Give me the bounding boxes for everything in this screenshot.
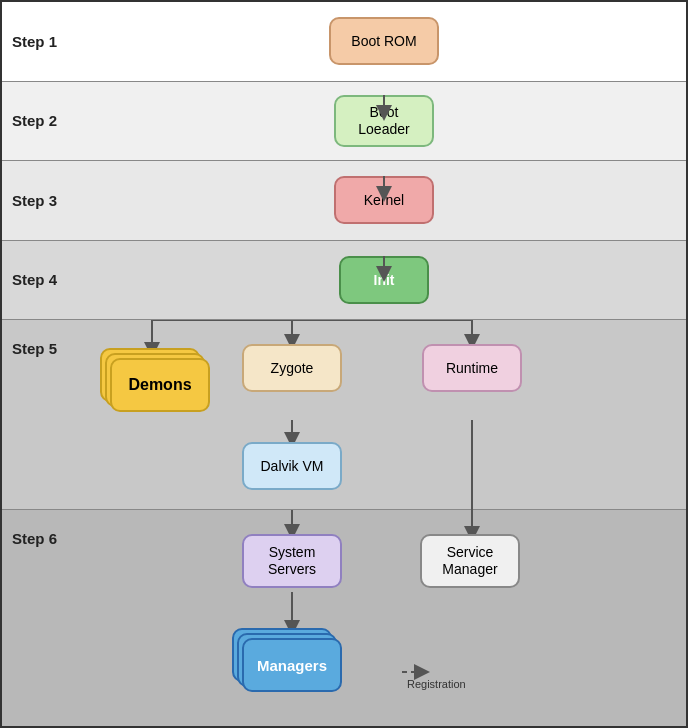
service-manager-box: ServiceManager: [420, 534, 520, 588]
step-2-row: Step 2 BootLoeader: [2, 82, 686, 162]
step-6-row: Step 6: [2, 510, 686, 726]
step-5-label: Step 5: [2, 320, 82, 357]
bootloader-box: BootLoeader: [334, 95, 434, 147]
runtime-box: Runtime: [422, 344, 522, 392]
step-5-content: Demons Zygote Runtime Dalvik VM: [82, 320, 686, 509]
svg-text:Registration: Registration: [407, 678, 466, 690]
demons-front: Demons: [110, 358, 210, 412]
managers-front: Managers: [242, 638, 342, 692]
step-4-row: Step 4 Init: [2, 241, 686, 321]
diagram-container: Step 1 Boot ROM Step 2 BootLoeader: [0, 0, 688, 728]
step6-svg: Registration: [82, 510, 686, 726]
step-6-content: Registration SystemServers ServiceManage…: [82, 510, 686, 726]
step-2-content: BootLoeader: [82, 95, 686, 147]
step-4-label: Step 4: [2, 271, 82, 288]
kernel-box: Kernel: [334, 176, 434, 224]
init-box: Init: [339, 256, 429, 304]
step-3-label: Step 3: [2, 192, 82, 209]
step-3-content: Kernel: [82, 176, 686, 224]
bootrom-box: Boot ROM: [329, 17, 439, 65]
system-servers-box: SystemServers: [242, 534, 342, 588]
step-3-row: Step 3 Kernel: [2, 161, 686, 241]
dalvik-box: Dalvik VM: [242, 442, 342, 490]
step-4-content: Init: [82, 256, 686, 304]
step-1-row: Step 1 Boot ROM: [2, 2, 686, 82]
zygote-box: Zygote: [242, 344, 342, 392]
step-2-label: Step 2: [2, 112, 82, 129]
step-1-label: Step 1: [2, 33, 82, 50]
step-1-content: Boot ROM: [82, 17, 686, 65]
step-5-row: Step 5: [2, 320, 686, 510]
step-6-label: Step 6: [2, 510, 82, 547]
